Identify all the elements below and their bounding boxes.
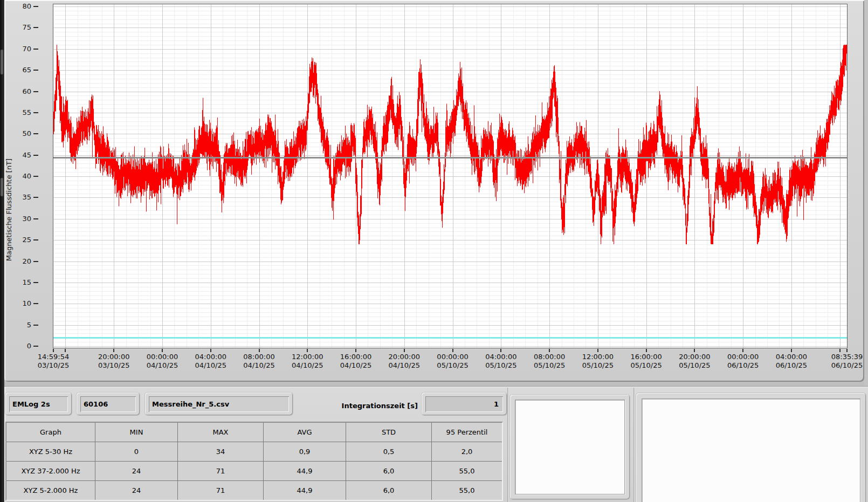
y-tick-mark xyxy=(33,155,38,156)
y-tick-label: 15 xyxy=(4,278,31,287)
y-tick-label: 30 xyxy=(4,215,31,223)
x-tick-mark xyxy=(452,349,453,352)
table-cell: 6,0 xyxy=(346,481,431,500)
y-tick-label: 40 xyxy=(4,172,31,181)
table-cell: 34 xyxy=(178,442,263,461)
table-cell: 44,9 xyxy=(264,481,346,500)
integration-time-label: Integrationszeit [s] xyxy=(323,402,418,410)
y-tick-label: 55 xyxy=(4,108,31,117)
y-tick-label: 0 xyxy=(4,342,31,350)
info-box-large[interactable] xyxy=(642,398,860,502)
x-tick-mark xyxy=(646,349,647,352)
table-cell: 24 xyxy=(95,481,177,500)
table-cell: 0 xyxy=(95,442,177,461)
table-row-label: XYZ 37-2.000 Hz xyxy=(6,462,95,480)
info-box-small[interactable] xyxy=(515,400,625,494)
x-tick-mark xyxy=(791,349,792,352)
table-cell: 55,0 xyxy=(432,462,502,480)
x-tick-label: 08:35:3906/10/25 xyxy=(817,353,868,370)
table-cell: 44,9 xyxy=(264,462,346,480)
x-tick-mark xyxy=(113,349,114,352)
signal-canvas xyxy=(53,4,847,348)
y-tick-mark xyxy=(33,325,38,326)
table-header-cell: 95 Perzentil xyxy=(432,423,502,442)
y-tick-label: 70 xyxy=(4,45,31,53)
table-cell: 0,9 xyxy=(264,442,346,461)
y-tick-mark xyxy=(33,239,38,240)
y-tick-mark xyxy=(33,261,38,262)
y-tick-label: 45 xyxy=(4,151,31,160)
y-tick-mark xyxy=(33,346,38,347)
y-tick-mark xyxy=(33,6,38,7)
y-tick-mark xyxy=(33,91,38,92)
y-tick-label: 50 xyxy=(4,129,31,138)
table-row-label: XYZ 5-2.000 Hz xyxy=(6,481,95,500)
app-window: Magnetische Flussdichte [nT] 05101520253… xyxy=(0,0,868,502)
y-tick-label: 5 xyxy=(4,321,31,329)
stats-table: GraphMINMAXAVGSTD95 PerzentilXYZ 5-30 Hz… xyxy=(5,422,503,501)
table-cell: 71 xyxy=(178,462,263,480)
x-tick-mark xyxy=(355,349,356,352)
x-tick-mark xyxy=(404,349,405,352)
y-tick-mark xyxy=(33,27,38,28)
strip-notch xyxy=(1,178,3,196)
y-tick-label: 65 xyxy=(4,66,31,74)
table-cell: 0,5 xyxy=(346,442,431,461)
y-tick-mark xyxy=(33,49,38,50)
y-tick-label: 80 xyxy=(4,2,31,11)
y-tick-mark xyxy=(33,133,38,134)
table-cell: 2,0 xyxy=(432,442,502,461)
y-tick-mark xyxy=(33,218,38,219)
table-cell: 6,0 xyxy=(346,462,431,480)
x-tick-mark xyxy=(839,349,841,352)
plot-area[interactable] xyxy=(53,4,848,348)
control-panel: EMLog 2s 60106 Messreihe_Nr_5.csv Integr… xyxy=(4,386,868,502)
integration-time-input[interactable]: 1 xyxy=(425,396,503,412)
y-axis-title: Magnetische Flussdichte [nT] xyxy=(5,145,15,274)
table-header-cell: MAX xyxy=(178,423,263,442)
y-tick-mark xyxy=(33,112,38,113)
y-tick-label: 75 xyxy=(4,23,31,32)
program-name-field[interactable]: EMLog 2s xyxy=(9,396,68,412)
program-name-frame: EMLog 2s xyxy=(5,393,72,415)
x-tick-mark xyxy=(53,349,54,352)
x-tick-mark xyxy=(210,349,211,352)
chart-panel: Magnetische Flussdichte [nT] 05101520253… xyxy=(4,0,864,382)
panel-divider xyxy=(633,388,635,502)
y-tick-mark xyxy=(33,70,38,71)
device-number-frame: 60106 xyxy=(77,393,140,415)
x-tick-mark xyxy=(162,349,163,352)
integration-time-frame: 1 xyxy=(422,393,507,415)
x-tick-label: 14:59:5403/10/25 xyxy=(24,353,83,370)
table-header-cell: MIN xyxy=(95,423,177,442)
table-header-cell: Graph xyxy=(6,423,95,442)
table-header-cell: AVG xyxy=(264,423,346,442)
file-name-field[interactable]: Messreihe_Nr_5.csv xyxy=(149,396,289,412)
y-tick-label: 20 xyxy=(4,257,31,266)
table-header-cell: STD xyxy=(346,423,431,442)
table-cell: 71 xyxy=(178,481,263,500)
panel-divider xyxy=(507,388,509,502)
x-tick-mark xyxy=(846,349,848,352)
x-tick-mark xyxy=(65,349,66,352)
left-edge-strip xyxy=(0,0,4,502)
info-box-large-frame xyxy=(636,393,866,502)
file-name-frame: Messreihe_Nr_5.csv xyxy=(145,393,293,415)
y-tick-label: 35 xyxy=(4,193,31,202)
y-tick-label: 25 xyxy=(4,236,31,244)
x-tick-mark xyxy=(259,349,260,352)
x-tick-mark xyxy=(500,349,501,352)
y-tick-mark xyxy=(33,282,38,283)
x-tick-mark xyxy=(549,349,550,352)
y-tick-mark xyxy=(33,303,38,304)
x-tick-mark xyxy=(742,349,743,352)
x-tick-mark xyxy=(597,349,598,352)
x-tick-mark xyxy=(694,349,695,352)
y-tick-mark xyxy=(33,176,38,177)
info-box-small-frame xyxy=(510,395,630,499)
y-tick-label: 60 xyxy=(4,87,31,96)
device-number-field[interactable]: 60106 xyxy=(80,396,136,412)
table-cell: 55,0 xyxy=(432,481,502,500)
y-tick-mark xyxy=(33,197,38,198)
table-row-label: XYZ 5-30 Hz xyxy=(6,442,95,461)
